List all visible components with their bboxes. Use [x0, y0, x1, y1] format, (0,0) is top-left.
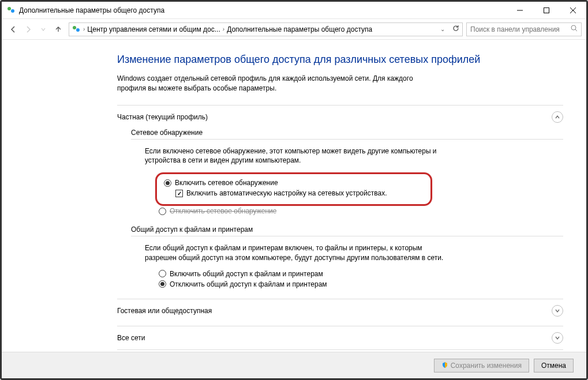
search-icon — [571, 25, 578, 33]
divider — [131, 139, 563, 140]
radio-sharing-off[interactable] — [159, 280, 166, 288]
navbar: › Центр управления сетями и общим дос...… — [2, 19, 586, 40]
divider — [131, 236, 563, 236]
profile-header-all[interactable]: Все сети — [117, 326, 563, 349]
profile-label: Частная (текущий профиль) — [117, 113, 552, 121]
up-button[interactable] — [51, 22, 65, 36]
svg-line-9 — [575, 29, 577, 31]
button-label: Отмена — [541, 362, 566, 370]
minimize-button[interactable] — [507, 2, 533, 19]
radio-discovery-on[interactable] — [164, 179, 171, 187]
chevron-right-icon: › — [82, 26, 86, 32]
chevron-right-icon: › — [222, 26, 226, 32]
back-button[interactable] — [6, 22, 20, 36]
search-input[interactable] — [466, 22, 582, 36]
titlebar: Дополнительные параметры общего доступа — [2, 2, 586, 19]
chevron-down-icon[interactable]: ⌄ — [439, 26, 446, 32]
profile-guest: Гостевая или общедоступная — [117, 299, 563, 322]
shield-icon — [441, 362, 448, 370]
svg-point-8 — [571, 25, 576, 30]
section-title: Сетевое обнаружение — [131, 129, 563, 137]
profile-label: Все сети — [117, 334, 552, 342]
checkbox-label: Включить автоматическую настройку на сет… — [186, 189, 387, 197]
footer-bar: Сохранить изменения Отмена — [2, 352, 586, 378]
page-title: Изменение параметров общего доступа для … — [117, 54, 563, 66]
svg-point-7 — [76, 28, 80, 32]
refresh-button[interactable] — [452, 24, 460, 34]
section-description: Если общий доступ к файлам и принтерам в… — [145, 243, 445, 263]
section-network-discovery: Сетевое обнаружение Если включено сетево… — [131, 129, 563, 216]
app-icon — [6, 6, 16, 15]
window-title: Дополнительные параметры общего доступа — [19, 6, 507, 14]
radio-sharing-on[interactable] — [159, 270, 166, 277]
cancel-button[interactable]: Отмена — [534, 359, 574, 373]
content-area: Изменение параметров общего доступа для … — [2, 40, 586, 352]
search-field[interactable] — [470, 25, 571, 33]
svg-point-1 — [11, 9, 14, 13]
chevron-down-icon — [552, 305, 563, 317]
forward-button[interactable] — [21, 22, 35, 36]
radio-label: Включить общий доступ к файлам и принтер… — [170, 270, 323, 278]
svg-point-0 — [8, 7, 11, 10]
maximize-button[interactable] — [533, 2, 560, 19]
section-file-sharing: Общий доступ к файлам и принтерам Если о… — [131, 225, 563, 288]
breadcrumb[interactable]: › Центр управления сетями и общим дос...… — [69, 22, 463, 36]
breadcrumb-item[interactable]: Центр управления сетями и общим дос... — [87, 25, 220, 33]
profile-header-guest[interactable]: Гостевая или общедоступная — [117, 299, 563, 322]
section-title: Общий доступ к файлам и принтерам — [131, 225, 563, 234]
checkbox-auto-setup[interactable] — [175, 190, 183, 197]
radio-discovery-off[interactable] — [159, 208, 166, 215]
profile-label: Гостевая или общедоступная — [117, 307, 552, 315]
radio-label: Отключить сетевое обнаружение — [170, 207, 276, 215]
button-label: Сохранить изменения — [451, 362, 522, 370]
chevron-up-icon — [552, 111, 563, 123]
svg-point-6 — [73, 26, 76, 29]
highlight-annotation: Включить сетевое обнаружение Включить ав… — [155, 172, 432, 206]
profile-private: Частная (текущий профиль) Сетевое обнару… — [117, 105, 563, 288]
save-button[interactable]: Сохранить изменения — [434, 359, 529, 373]
close-button[interactable] — [560, 2, 586, 19]
svg-rect-3 — [544, 7, 549, 13]
profile-all: Все сети — [117, 326, 563, 350]
radio-label: Отключить общий доступ к файлам и принте… — [170, 280, 327, 288]
radio-label: Включить сетевое обнаружение — [175, 179, 278, 187]
page-description: Windows создает отдельный сетевой профил… — [117, 74, 440, 93]
breadcrumb-icon — [72, 25, 81, 34]
recent-dropdown[interactable] — [36, 22, 50, 36]
chevron-down-icon — [552, 332, 563, 344]
profile-header-private[interactable]: Частная (текущий профиль) — [117, 106, 563, 129]
breadcrumb-item[interactable]: Дополнительные параметры общего доступа — [227, 25, 372, 33]
section-description: Если включено сетевое обнаружение, этот … — [145, 146, 445, 166]
